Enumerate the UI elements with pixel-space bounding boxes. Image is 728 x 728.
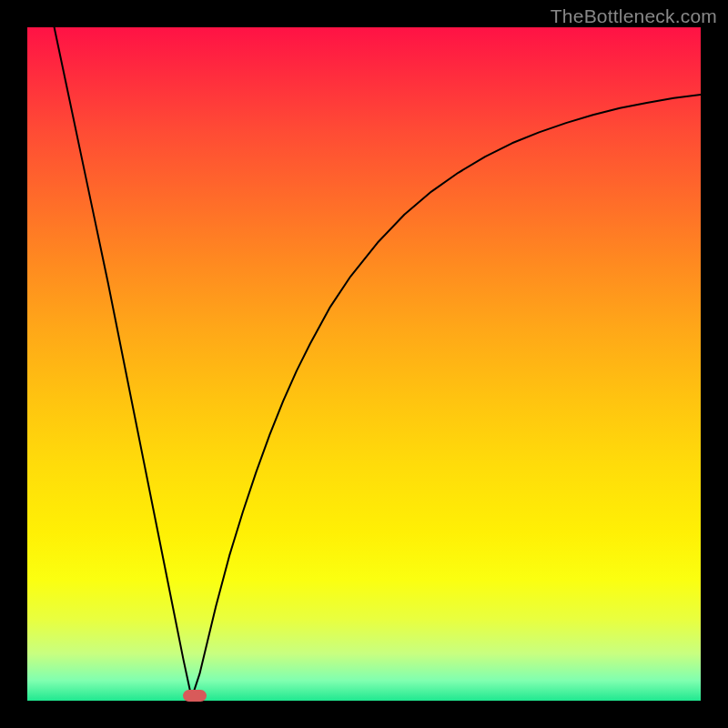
plot-background-gradient — [27, 27, 701, 701]
watermark-text: TheBottleneck.com — [551, 5, 717, 27]
optimal-marker — [183, 690, 207, 702]
chart-frame: TheBottleneck.com — [0, 0, 728, 728]
